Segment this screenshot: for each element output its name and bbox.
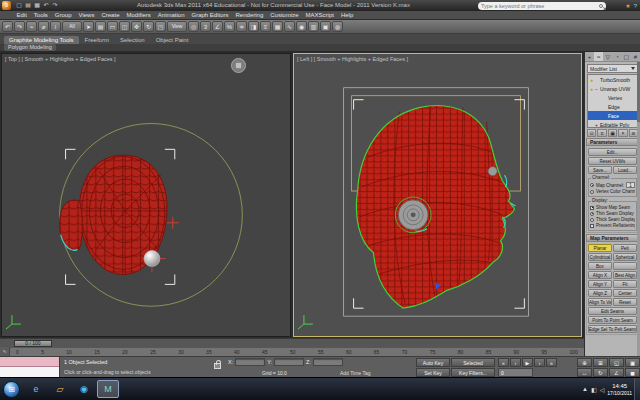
- menu-item[interactable]: Graph Editors: [188, 11, 232, 20]
- maximize-viewport-toggle-icon[interactable]: ◼: [625, 368, 640, 377]
- 3ds-max-taskbar-icon[interactable]: M: [97, 380, 119, 398]
- next-frame-button[interactable]: ›: [534, 358, 545, 367]
- save-file-icon[interactable]: ▦: [33, 0, 41, 11]
- field-of-view-icon[interactable]: ∠: [609, 368, 624, 377]
- selected-dropdown[interactable]: Selected: [451, 358, 495, 367]
- go-to-end-button[interactable]: »: [546, 358, 557, 367]
- angle-snap-icon[interactable]: ∠: [212, 21, 223, 32]
- map-parameter-button[interactable]: Reset: [613, 298, 637, 306]
- ribbon-tab[interactable]: Selection: [115, 36, 150, 44]
- map-parameter-button[interactable]: Fit: [613, 280, 637, 288]
- map-parameters-rollout-header[interactable]: Map Parameters: [586, 234, 639, 242]
- start-button[interactable]: ⊞: [3, 381, 20, 398]
- pin-stack-icon[interactable]: ⊙: [587, 129, 596, 137]
- visibility-bulb-icon[interactable]: ●: [590, 77, 594, 83]
- modifier-stack-row[interactable]: Face: [588, 111, 637, 120]
- spinner-snap-icon[interactable]: ≑: [236, 21, 247, 32]
- infocenter-search[interactable]: [478, 2, 606, 10]
- rectangular-selection-region-icon[interactable]: ▭: [107, 21, 118, 32]
- previous-frame-button[interactable]: ‹: [510, 358, 521, 367]
- menu-item[interactable]: Help: [337, 11, 356, 20]
- modifier-stack-row[interactable]: Edge: [588, 102, 637, 111]
- menu-item[interactable]: Animation: [154, 11, 188, 20]
- map-parameter-button[interactable]: Spherical: [613, 253, 637, 261]
- select-by-name-icon[interactable]: ▤: [95, 21, 106, 32]
- unlink-selection-icon[interactable]: ⌀: [38, 21, 49, 32]
- vertex-color-channel-radio[interactable]: Vertex Color Channel: [590, 189, 635, 194]
- map-channel-radio[interactable]: Map Channel: 1: [590, 182, 635, 188]
- steering-wheel-icon[interactable]: [231, 58, 246, 73]
- viewport-top[interactable]: [ Top ] [ Smooth + Highlights + Edged Fa…: [1, 53, 291, 337]
- seam-button[interactable]: Edit Seams: [588, 307, 637, 315]
- visibility-bulb-icon[interactable]: ●: [590, 86, 594, 92]
- select-and-scale-icon[interactable]: ◳: [155, 21, 166, 32]
- render-production-icon[interactable]: ◍: [332, 21, 343, 32]
- map-parameter-button[interactable]: Align Z: [588, 289, 612, 297]
- map-channel-spinner[interactable]: 1: [626, 182, 635, 188]
- map-parameter-button[interactable]: Planar: [588, 244, 612, 252]
- orbit-icon[interactable]: ↻: [593, 368, 608, 377]
- hierarchy-tab-icon[interactable]: ▽: [603, 52, 612, 61]
- media-player-icon[interactable]: ◉: [73, 380, 95, 398]
- viewport-left[interactable]: [ Left ] [ Smooth + Highlights + Edged F…: [293, 53, 582, 337]
- redo-icon[interactable]: ↷: [14, 21, 25, 32]
- thick-seam-display-radio[interactable]: Thick Seam Display: [590, 217, 635, 222]
- modifier-stack-row[interactable]: + Editable Poly: [588, 120, 637, 128]
- key-filters-button[interactable]: Key Filters...: [451, 368, 495, 377]
- bind-to-space-warp-icon[interactable]: ≀: [50, 21, 61, 32]
- menu-item[interactable]: Tools: [30, 11, 51, 20]
- search-icon[interactable]: [599, 4, 603, 8]
- windows-explorer-icon[interactable]: ▱: [49, 380, 71, 398]
- listener-script-pane[interactable]: [0, 367, 59, 377]
- menu-item[interactable]: Create: [98, 11, 123, 20]
- prevent-reflattening-checkbox[interactable]: Prevent Reflattening: [590, 223, 635, 228]
- tray-show-hidden-icons[interactable]: ▲: [582, 386, 588, 393]
- menu-item[interactable]: Group: [51, 11, 75, 20]
- show-map-seam-checkbox[interactable]: Show Map Seam: [590, 205, 635, 210]
- volume-icon[interactable]: ◁: [600, 386, 605, 393]
- expand-icon[interactable]: −: [595, 86, 599, 92]
- open-file-icon[interactable]: ▤: [24, 0, 32, 11]
- undo-icon[interactable]: ↶: [2, 21, 13, 32]
- make-unique-icon[interactable]: ▣: [608, 129, 617, 137]
- modifier-list-dropdown[interactable]: Modifier List: [587, 64, 638, 73]
- seam-button[interactable]: Edge Sel To Pelt Seams: [588, 325, 637, 333]
- selection-lock-icon[interactable]: [214, 363, 221, 369]
- menu-item[interactable]: Views: [75, 11, 98, 20]
- left-view-canvas[interactable]: [294, 54, 581, 336]
- head-profile[interactable]: [356, 106, 515, 309]
- undo-icon[interactable]: ↶: [42, 0, 50, 11]
- map-parameter-button[interactable]: Align X: [588, 271, 612, 279]
- map-parameter-button[interactable]: Box: [588, 262, 612, 270]
- create-tab-icon[interactable]: +: [585, 52, 594, 61]
- edit-uvs-button[interactable]: Edit...: [588, 148, 637, 156]
- maxscript-mini-listener[interactable]: [0, 357, 60, 378]
- y-coordinate-field[interactable]: [274, 358, 304, 366]
- internet-explorer-icon[interactable]: e: [25, 380, 47, 398]
- ribbon-tab[interactable]: Freeform: [80, 36, 114, 44]
- use-pivot-point-icon[interactable]: ◎: [188, 21, 199, 32]
- menu-item[interactable]: Customize: [267, 11, 302, 20]
- open-mini-curve-editor-icon[interactable]: ∿: [0, 347, 10, 356]
- map-parameter-button[interactable]: Align To View: [588, 298, 612, 306]
- help-icon[interactable]: ?: [634, 3, 637, 9]
- viewport-top-label[interactable]: [ Top ] [ Smooth + Highlights + Edged Fa…: [5, 56, 116, 62]
- network-icon[interactable]: ◧: [591, 386, 597, 393]
- map-parameter-button[interactable]: Align Y: [588, 280, 612, 288]
- play-button[interactable]: ▶: [522, 358, 533, 367]
- map-parameter-button[interactable]: Cylindrical: [588, 253, 612, 261]
- modifier-stack-row[interactable]: Vertex: [588, 93, 637, 102]
- reset-uvws-button[interactable]: Reset UVWs: [588, 157, 637, 165]
- current-frame-field[interactable]: 0: [498, 368, 533, 377]
- show-end-result-icon[interactable]: ≡: [597, 129, 606, 137]
- rendered-frame-window-icon[interactable]: ▣: [320, 21, 331, 32]
- window-crossing-icon[interactable]: ◫: [119, 21, 130, 32]
- ear[interactable]: [395, 197, 431, 233]
- track-bar[interactable]: 0510152025303540455055606570758085909510…: [10, 347, 584, 356]
- menu-item[interactable]: MAXScript: [302, 11, 337, 20]
- taskbar-clock[interactable]: 14:45 17/10/2011: [607, 383, 632, 396]
- select-and-move-icon[interactable]: ✥: [131, 21, 142, 32]
- go-to-start-button[interactable]: «: [498, 358, 509, 367]
- graph-editors-icon[interactable]: ∿: [284, 21, 295, 32]
- map-parameter-button[interactable]: Center: [613, 289, 637, 297]
